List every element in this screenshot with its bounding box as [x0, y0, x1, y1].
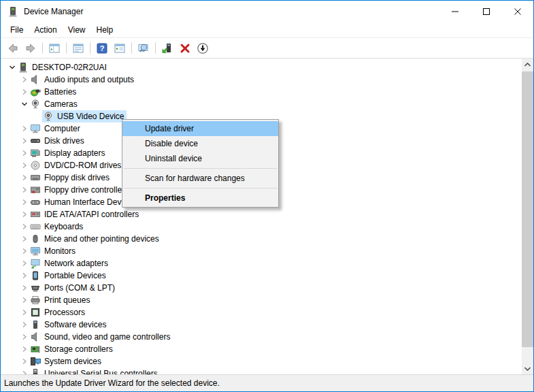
show-console-tree-button[interactable]: [46, 40, 63, 56]
properties-window-icon: [72, 42, 84, 54]
tree-item-label: DVD/CD-ROM drives: [41, 161, 123, 170]
minimize-button[interactable]: [439, 1, 471, 22]
scrollbar-thumb[interactable]: [522, 71, 533, 347]
forward-button[interactable]: [22, 40, 39, 56]
menu-item-uninstall-device[interactable]: Uninstall device: [122, 151, 278, 166]
toolbar-separator: [42, 42, 43, 54]
tree-item-usb-controllers[interactable]: Universal Serial Bus controllers: [1, 368, 522, 374]
scroll-down-button[interactable]: [522, 363, 533, 374]
uninstall-device-button[interactable]: [176, 40, 194, 56]
chevron-right-icon[interactable]: [18, 307, 30, 318]
tree-item-monitors[interactable]: Monitors: [1, 245, 522, 257]
maximize-icon: [483, 8, 490, 15]
chevron-right-icon[interactable]: [18, 148, 30, 159]
chevron-down-icon[interactable]: [6, 62, 18, 73]
chevron-right-icon[interactable]: [18, 356, 30, 367]
properties-window-button[interactable]: [69, 40, 87, 56]
tree-item-storage-controllers[interactable]: Storage controllers: [1, 343, 522, 355]
device-tree-panel: DESKTOP-02R2UAI Audio inputs and outputs…: [1, 59, 533, 374]
menu-separator: [124, 168, 277, 169]
chevron-right-icon[interactable]: [18, 368, 30, 374]
network-adapter-icon: [30, 258, 41, 269]
chevron-right-icon[interactable]: [18, 74, 30, 85]
status-text: Launches the Update Driver Wizard for th…: [4, 378, 220, 388]
portable-device-icon: [30, 270, 41, 281]
keyboard-icon: [30, 221, 41, 232]
chevron-right-icon[interactable]: [18, 197, 30, 208]
chevron-right-icon[interactable]: [18, 123, 30, 134]
tree-item-ide-controllers[interactable]: IDE ATA/ATAPI controllers: [1, 208, 522, 220]
menu-action[interactable]: Action: [29, 22, 62, 37]
maximize-button[interactable]: [471, 1, 502, 22]
tree-item-label: IDE ATA/ATAPI controllers: [41, 210, 141, 219]
toolbar-separator: [155, 42, 156, 54]
chevron-right-icon[interactable]: [18, 184, 30, 195]
menu-bar: File Action View Help: [1, 22, 533, 38]
tree-item-portable-devices[interactable]: Portable Devices: [1, 270, 522, 282]
export-list-button[interactable]: [111, 40, 129, 56]
window-title: Device Manager: [24, 7, 83, 16]
update-driver-button[interactable]: [158, 40, 176, 56]
chevron-right-icon[interactable]: [18, 331, 30, 342]
battery-icon: [30, 86, 41, 97]
tree-item-label: Storage controllers: [41, 344, 115, 354]
tree-item-network-adapters[interactable]: Network adapters: [1, 257, 522, 270]
tree-item-label: Floppy drive controllers: [41, 185, 131, 195]
monitor-icon: [30, 246, 41, 257]
chevron-right-icon[interactable]: [18, 233, 30, 244]
tree-item-label: Audio inputs and outputs: [41, 75, 136, 84]
tree-item-sound-controllers[interactable]: Sound, video and game controllers: [1, 331, 522, 343]
menu-item-scan-hardware-changes[interactable]: Scan for hardware changes: [122, 171, 278, 186]
tree-item-mice[interactable]: Mice and other pointing devices: [1, 233, 522, 245]
tree-item-system-devices[interactable]: System devices: [1, 355, 522, 368]
app-icon: [7, 6, 18, 17]
tree-item-cameras[interactable]: Cameras: [1, 98, 522, 110]
tree-item-processors[interactable]: Processors: [1, 306, 522, 318]
chevron-right-icon[interactable]: [18, 344, 30, 355]
chevron-right-icon[interactable]: [18, 319, 30, 330]
status-bar: Launches the Update Driver Wizard for th…: [1, 374, 533, 391]
help-icon: ?: [96, 42, 108, 54]
menu-item-properties[interactable]: Properties: [122, 191, 278, 206]
help-button[interactable]: ?: [93, 40, 111, 56]
back-button[interactable]: [4, 40, 22, 56]
chevron-right-icon[interactable]: [18, 295, 30, 306]
speaker-icon: [30, 74, 41, 85]
chevron-right-icon[interactable]: [18, 258, 30, 269]
scroll-up-button[interactable]: [522, 59, 533, 70]
disable-circle-icon: [197, 42, 209, 54]
tree-item-ports[interactable]: Ports (COM & LPT): [1, 282, 522, 294]
tree-item-label: Universal Serial Bus controllers: [41, 369, 160, 374]
vertical-scrollbar[interactable]: [522, 59, 533, 374]
chevron-right-icon[interactable]: [18, 172, 30, 183]
tree-item-audio[interactable]: Audio inputs and outputs: [1, 74, 522, 86]
tree-item-software-devices[interactable]: Software devices: [1, 318, 522, 331]
chevron-right-icon[interactable]: [18, 270, 30, 281]
chevron-right-icon[interactable]: [18, 221, 30, 232]
menu-help[interactable]: Help: [91, 22, 119, 37]
tree-item-label: System devices: [41, 357, 103, 366]
chevron-right-icon[interactable]: [18, 282, 30, 293]
ide-controller-icon: [30, 209, 41, 220]
scan-hardware-button[interactable]: [135, 40, 152, 56]
chevron-right-icon[interactable]: [18, 135, 30, 146]
chevron-right-icon[interactable]: [18, 160, 30, 171]
menu-item-update-driver[interactable]: Update driver: [122, 121, 278, 136]
tree-item-keyboards[interactable]: Keyboards: [1, 220, 522, 233]
disable-device-button[interactable]: [194, 40, 212, 56]
tree-item-print-queues[interactable]: Print queues: [1, 294, 522, 306]
chevron-right-icon[interactable]: [18, 86, 30, 97]
tree-item-desktop-root[interactable]: DESKTOP-02R2UAI: [1, 61, 522, 74]
tree-item-label: Software devices: [41, 320, 108, 329]
close-button[interactable]: [502, 1, 533, 22]
chevron-down-icon[interactable]: [18, 99, 30, 110]
chevron-right-icon[interactable]: [18, 246, 30, 257]
tree-item-label: Print queues: [41, 295, 92, 305]
menu-file[interactable]: File: [5, 22, 29, 37]
toolbar-separator: [131, 42, 132, 54]
menu-item-disable-device[interactable]: Disable device: [122, 136, 278, 151]
chevron-right-icon[interactable]: [18, 209, 30, 220]
tree-item-batteries[interactable]: Batteries: [1, 86, 522, 98]
menu-view[interactable]: View: [63, 22, 91, 37]
menu-separator: [124, 188, 277, 189]
